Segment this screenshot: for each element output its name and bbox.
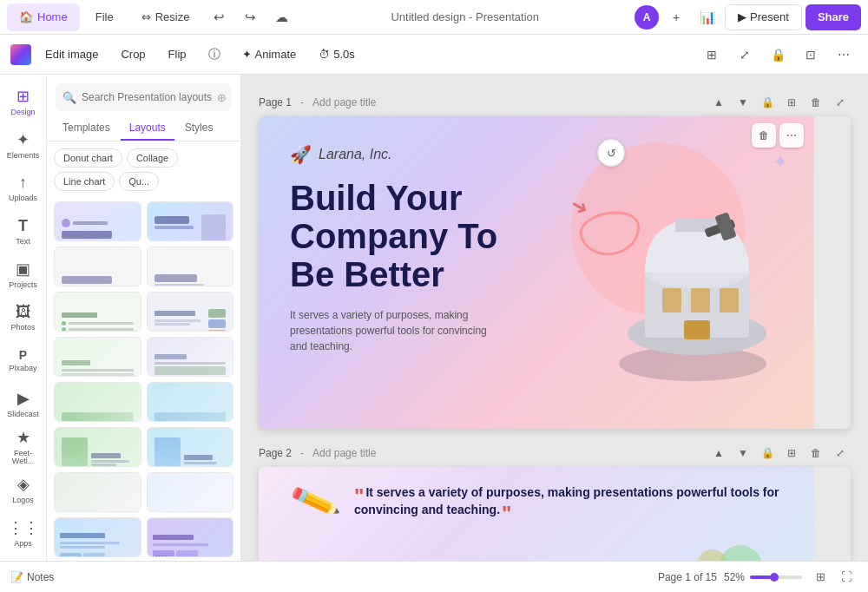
zoom-slider[interactable]: [750, 576, 802, 579]
search-input[interactable]: [82, 91, 212, 103]
chip-quote[interactable]: Qu...: [119, 172, 159, 191]
fit-canvas-button[interactable]: ↺: [597, 139, 625, 167]
sidebar-item-design[interactable]: ⊞ Design: [3, 82, 43, 123]
chevron-down-icon[interactable]: ▼: [733, 92, 753, 113]
apps-icon: ⋮⋮: [8, 518, 39, 537]
search-icon: 🔍: [62, 91, 76, 104]
slide-1-add-title[interactable]: Add page title: [312, 96, 376, 109]
sidebar-item-projects[interactable]: ▣ Projects: [3, 254, 43, 296]
list-item[interactable]: Add a Section Title: [147, 427, 234, 467]
chart-icon[interactable]: 📊: [694, 3, 721, 31]
chip-collage[interactable]: Collage: [127, 148, 178, 168]
zoom-fill: [750, 576, 771, 579]
sidebar-item-label: Design: [10, 109, 35, 117]
sidebar-item-slidecast[interactable]: ▶ Slidecast: [3, 383, 43, 424]
delete-element-button[interactable]: 🗑: [752, 123, 776, 148]
slide-2-add-title[interactable]: Add page title: [312, 447, 376, 459]
expand-slide-icon[interactable]: ⤢: [830, 443, 851, 464]
list-item[interactable]: Agenda: [54, 337, 141, 377]
info-button[interactable]: ⓘ: [201, 41, 228, 69]
rocket-icon: 🚀: [290, 144, 312, 165]
list-item[interactable]: Title Page: [147, 247, 234, 286]
redo-button[interactable]: ↪: [236, 3, 264, 31]
grid-icon[interactable]: ⊞: [698, 41, 726, 69]
slide-1-main-content: 🚀 Larana, Inc. Build Your Company To Be …: [259, 116, 814, 429]
panel-tabs: Templates Layouts Styles: [47, 116, 240, 141]
list-item[interactable]: Title Page with Photo: [147, 201, 234, 241]
chip-donut-chart[interactable]: Donut chart: [54, 148, 122, 168]
expand-slide-icon[interactable]: ⤢: [830, 92, 851, 113]
more-element-options[interactable]: ⋯: [779, 123, 804, 148]
nav-file[interactable]: File: [83, 3, 126, 31]
canvas-area: Page 1 - Add page title ▲ ▼ 🔒 ⊞ 🗑 ⤢: [241, 75, 868, 561]
list-item[interactable]: Add a heading: [54, 382, 141, 422]
list-item[interactable]: Agenda: [54, 292, 141, 332]
list-item[interactable]: Title Page: [54, 201, 141, 241]
color-picker[interactable]: [10, 44, 31, 65]
notes-button[interactable]: 📝 Notes: [10, 571, 54, 583]
user-avatar[interactable]: A: [635, 5, 659, 30]
sidebar-item-label: Pixabay: [9, 365, 36, 373]
nav-resize[interactable]: ⇔ Resize: [129, 3, 202, 31]
add-user-button[interactable]: +: [662, 3, 690, 31]
lock-slide-icon[interactable]: 🔒: [757, 92, 778, 113]
chevron-up-icon[interactable]: ▲: [708, 443, 729, 464]
tab-styles[interactable]: Styles: [176, 116, 222, 141]
tab-layouts[interactable]: Layouts: [121, 116, 174, 141]
list-item[interactable]: [147, 472, 234, 512]
list-item[interactable]: Write your Write your line: [54, 517, 141, 557]
chip-line-chart[interactable]: Line chart: [54, 172, 115, 191]
grid-slide-icon[interactable]: ⊞: [781, 443, 802, 464]
notes-icon: 📝: [10, 571, 23, 583]
sidebar-item-elements[interactable]: ✦ Elements: [3, 125, 43, 167]
list-item[interactable]: Title Page: [54, 247, 141, 286]
chevron-down-icon[interactable]: ▼: [733, 443, 753, 464]
lock-slide-icon[interactable]: 🔒: [757, 443, 778, 464]
slide-2-canvas[interactable]: ✏️ "It serves a variety of purposes, mak…: [259, 467, 851, 561]
lock-icon[interactable]: 🔒: [764, 41, 792, 69]
main-layout: ⊞ Design ✦ Elements ↑ Uploads T Text ▣ P…: [0, 75, 868, 561]
trash-slide-icon[interactable]: 🗑: [806, 443, 826, 464]
sidebar-item-label: Photos: [10, 324, 35, 332]
sidebar-item-logos[interactable]: ◈ Logos: [3, 470, 43, 511]
list-item[interactable]: Write your Write your record tape: [147, 517, 234, 557]
sidebar-item-photos[interactable]: 🖼 Photos: [3, 297, 43, 339]
list-item[interactable]: Add a heading: [147, 382, 234, 422]
share-button[interactable]: Share: [806, 4, 861, 30]
grid-view-button[interactable]: ⊞: [809, 566, 832, 589]
sidebar-item-label: Feet-Weti...: [3, 450, 43, 467]
list-item[interactable]: Agenda: [147, 292, 234, 332]
copy-icon[interactable]: ⊡: [797, 41, 825, 69]
zoom-thumb[interactable]: [770, 573, 779, 582]
list-item[interactable]: Add a Section Title: [54, 427, 141, 467]
present-icon: ▶: [738, 10, 746, 23]
sidebar-item-uploads[interactable]: ↑ Uploads: [3, 168, 43, 209]
chevron-up-icon[interactable]: ▲: [708, 92, 729, 113]
list-item[interactable]: [54, 472, 141, 512]
edit-image-button[interactable]: Edit image: [36, 41, 107, 69]
animate-button[interactable]: ✦ Animate: [233, 41, 306, 69]
slide-1-canvas[interactable]: ➜ ✦: [259, 116, 851, 429]
grid-slide-icon[interactable]: ⊞: [781, 92, 802, 113]
sidebar-item-label: Logos: [12, 497, 34, 505]
sidebar-item-apps[interactable]: ⋮⋮ Apps: [3, 512, 43, 554]
crop-button[interactable]: Crop: [112, 41, 154, 69]
search-wrap[interactable]: 🔍 ⊕: [56, 83, 232, 111]
sidebar-item-pixabay[interactable]: P Pixabay: [3, 340, 43, 382]
more-options-icon[interactable]: ⋯: [830, 41, 858, 69]
sidebar-item-label: Apps: [14, 540, 32, 549]
present-button[interactable]: ▶ Present: [725, 4, 802, 30]
duration-button[interactable]: ⏱ 5.0s: [310, 41, 364, 69]
undo-button[interactable]: ↩: [205, 3, 233, 31]
search-options-icon[interactable]: ⊕: [217, 91, 227, 104]
sidebar-item-feet-weti[interactable]: ★ Feet-Weti...: [3, 426, 43, 468]
fullscreen-button[interactable]: ⛶: [835, 566, 858, 589]
flip-button[interactable]: Flip: [160, 41, 195, 69]
trash-slide-icon[interactable]: 🗑: [806, 92, 826, 113]
sidebar-item-text[interactable]: T Text: [3, 211, 43, 253]
list-item[interactable]: Agenda: [147, 337, 234, 377]
layout-grid: Title Page Title Page with Photo: [47, 198, 240, 561]
nav-home[interactable]: 🏠 Home: [7, 3, 80, 31]
tab-templates[interactable]: Templates: [54, 116, 119, 141]
expand-icon[interactable]: ⤢: [731, 41, 759, 69]
